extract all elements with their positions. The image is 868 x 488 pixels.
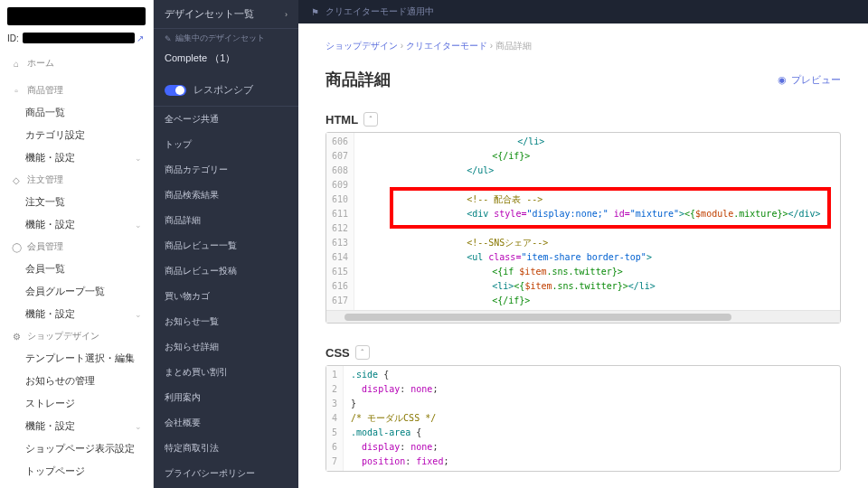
nav-item[interactable]: 機能・設定⌄	[0, 146, 153, 169]
nav-item[interactable]: ピックアップ商品配置	[0, 483, 153, 488]
nav-item[interactable]: ストレージ	[0, 392, 153, 415]
nav-item[interactable]: お知らせの管理	[0, 370, 153, 392]
nav-item[interactable]: トップページ	[0, 460, 153, 483]
nav-item[interactable]: テンプレート選択・編集	[0, 347, 153, 370]
design-page-item[interactable]: 特定商取引法	[154, 436, 298, 461]
chevron-down-icon: ⌄	[135, 154, 142, 163]
nav-group-head: ▫商品管理	[0, 80, 153, 101]
design-set-list-label: デザインセット一覧	[165, 7, 254, 21]
group-icon: ⚙	[11, 331, 22, 342]
nav-item[interactable]: 商品一覧	[0, 101, 153, 124]
chevron-right-icon: ›	[285, 10, 288, 19]
css-collapse-button[interactable]: ˆ	[355, 345, 370, 360]
html-collapse-button[interactable]: ˆ	[363, 112, 378, 127]
design-page-item[interactable]: 買い物カゴ	[154, 284, 298, 309]
css-section-title: CSS	[326, 346, 350, 360]
group-icon: ◇	[11, 174, 22, 185]
crumb-current: 商品詳細	[495, 41, 532, 51]
pencil-icon: ✎	[165, 34, 172, 43]
design-page-item[interactable]: トップ	[154, 132, 298, 157]
design-page-item[interactable]: プライバシーポリシー	[154, 461, 298, 486]
nav-item[interactable]: 機能・設定⌄	[0, 303, 153, 325]
breadcrumb: ショップデザイン › クリエイターモード › 商品詳細	[326, 40, 841, 52]
design-page-item[interactable]: 商品レビュー投稿	[154, 258, 298, 284]
css-editor[interactable]: 1234567 .side { display: none;}/* モーダルCS…	[326, 365, 841, 472]
nav-item[interactable]: ショップページ表示設定	[0, 437, 153, 460]
chevron-down-icon: ⌄	[135, 422, 142, 431]
nav-item[interactable]: 機能・設定⌄	[0, 415, 153, 437]
design-page-item[interactable]: 商品レビュー一覧	[154, 233, 298, 258]
chevron-down-icon: ⌄	[135, 310, 142, 319]
preview-label: プレビュー	[791, 73, 841, 87]
shop-id-row: ID: ↗	[0, 33, 153, 47]
flag-icon: ⚑	[309, 6, 320, 17]
page-title: 商品詳細	[326, 69, 391, 90]
html-editor[interactable]: 606607608609610611612613614615616617 </l…	[326, 132, 841, 324]
design-page-item[interactable]: まとめ買い割引	[154, 360, 298, 385]
design-set-list[interactable]: デザインセット一覧 ›	[154, 0, 298, 29]
chevron-down-icon: ⌄	[135, 221, 142, 230]
nav-item[interactable]: 会員一覧	[0, 258, 153, 280]
creator-mode-banner: ⚑ クリエイターモード適用中	[298, 0, 868, 23]
design-page-item[interactable]: 会社概要	[154, 410, 298, 436]
design-page-item[interactable]: 全ページ共通	[154, 107, 298, 132]
group-icon: ◯	[11, 241, 22, 252]
creator-mode-banner-label: クリエイターモード適用中	[326, 5, 434, 18]
id-label: ID:	[7, 33, 19, 43]
nav-group-head: ⚙ショップデザイン	[0, 325, 153, 347]
preview-link[interactable]: ◉ プレビュー	[777, 73, 841, 87]
nav-item[interactable]: 注文一覧	[0, 191, 153, 213]
design-page-item[interactable]: 商品検索結果	[154, 183, 298, 208]
design-page-item[interactable]: お知らせ一覧	[154, 309, 298, 334]
main-content: ⚑ クリエイターモード適用中 ショップデザイン › クリエイターモード › 商品…	[298, 0, 868, 488]
css-code[interactable]: .side { display: none;}/* モーダルCSS */.mod…	[344, 366, 840, 471]
html-section-title: HTML	[326, 113, 358, 127]
crumb-creator-mode[interactable]: クリエイターモード	[406, 41, 487, 51]
design-page-item[interactable]: 利用案内	[154, 385, 298, 410]
shop-id-redacted	[23, 33, 135, 43]
nav-item[interactable]: カテゴリ設定	[0, 124, 153, 146]
design-panel: デザインセット一覧 › ✎ 編集中のデザインセット Complete （1） レ…	[154, 0, 298, 488]
responsive-toggle-row: レスポンシブ	[154, 74, 298, 107]
nav-home-label: ホーム	[27, 57, 54, 70]
home-icon: ⌂	[11, 58, 22, 69]
editing-set-label: ✎ 編集中のデザインセット	[154, 29, 298, 48]
responsive-toggle[interactable]	[165, 85, 186, 96]
nav-item[interactable]: 会員グループ一覧	[0, 280, 153, 303]
responsive-label: レスポンシブ	[193, 83, 253, 97]
eye-icon: ◉	[777, 74, 788, 85]
crumb-shop-design[interactable]: ショップデザイン	[326, 41, 398, 51]
html-hscroll[interactable]	[326, 310, 840, 323]
main-sidebar: ID: ↗ ⌂ ホーム ▫商品管理商品一覧カテゴリ設定機能・設定⌄◇注文管理注文…	[0, 0, 154, 488]
group-icon: ▫	[11, 85, 22, 96]
nav-item[interactable]: 機能・設定⌄	[0, 213, 153, 236]
nav-group-head: ◯会員管理	[0, 236, 153, 258]
html-code[interactable]: </li> <{/if}> </ul> <!-- 配合表 --> <div st…	[354, 133, 840, 310]
design-page-item[interactable]: お知らせ詳細	[154, 334, 298, 360]
html-gutter: 606607608609610611612613614615616617	[326, 133, 354, 310]
shop-name-redacted	[7, 7, 146, 25]
external-link-icon[interactable]: ↗	[135, 33, 146, 43]
nav-home[interactable]: ⌂ ホーム	[0, 52, 153, 74]
current-set-name: Complete （1）	[154, 48, 298, 74]
css-gutter: 1234567	[326, 366, 344, 471]
design-page-item[interactable]: 商品詳細	[154, 208, 298, 233]
nav-group-head: ◇注文管理	[0, 169, 153, 191]
design-page-item[interactable]: 商品カテゴリー	[154, 157, 298, 183]
